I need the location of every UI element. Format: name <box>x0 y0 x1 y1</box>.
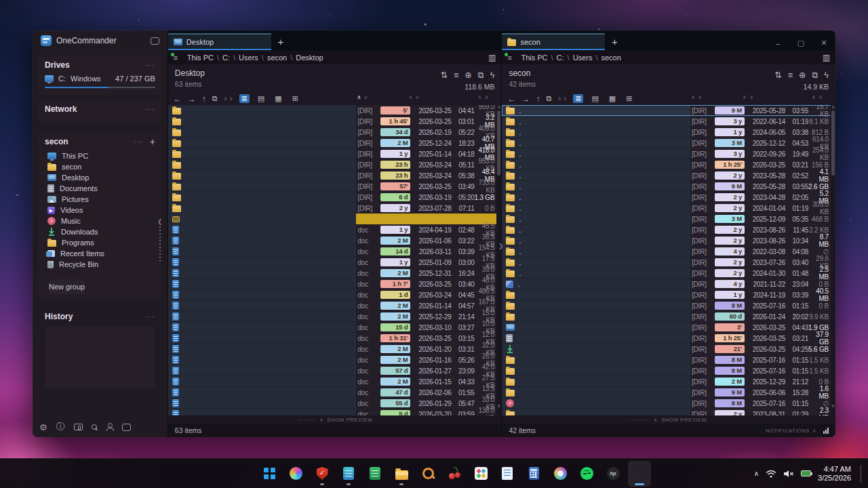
taskbar-shield-icon[interactable]: ✓ <box>311 461 334 487</box>
file-row[interactable]: .[DIR]3 y2022-06-1401:198.1 KB <box>502 116 835 127</box>
notifications-toggle[interactable]: NOTIFICATIONS∧ <box>766 428 829 434</box>
file-row[interactable]: doc57 d2026-01-2723:0942.0 KB <box>168 365 502 376</box>
file-row[interactable]: [DIR]2 M2025-12-2921:120 B <box>502 376 835 387</box>
taskbar-notes-icon[interactable] <box>337 461 360 487</box>
up-button-right[interactable]: ↑ <box>536 94 540 104</box>
file-row[interactable]: .[DIR]2 y2023-05-2802:524.1 MB <box>502 170 835 181</box>
view-details-button-right[interactable]: ▦ <box>607 94 618 103</box>
file-row[interactable]: doc2 M2026-01-1504:3327.5 KB <box>168 376 502 387</box>
file-row[interactable]: doc2 M2025-12-2921:1415.0 KB <box>168 311 502 322</box>
new-tab-button-right[interactable]: + <box>605 36 624 50</box>
file-row[interactable]: doc47 d2026-02-0601:5513.5 KB <box>168 387 502 398</box>
file-row[interactable]: [DIR]1 y2025-01-1404:18418.0 MB <box>168 148 502 159</box>
sort-name-toggle-right[interactable]: ∧ ∨ <box>691 94 703 100</box>
file-row[interactable]: doc2 M2026-01-0603:2236.5 KB <box>168 235 502 246</box>
file-row[interactable]: [DIR]8 M2025-07-1601:151.5 KB <box>502 365 835 376</box>
file-row[interactable]: [DIR]1 h 25'2026-03-2503:2137.9 GB <box>502 333 835 344</box>
copy-path-icon-right[interactable]: ⧉ <box>812 70 818 80</box>
clock[interactable]: 4:47 AM 3/25/2026 <box>818 465 851 483</box>
sidebar-item-secon[interactable]: secon <box>43 161 157 172</box>
breadcrumb-segment[interactable]: This PC <box>521 54 547 62</box>
favorites-add-button[interactable]: + <box>150 138 155 145</box>
file-row[interactable]: doc2 M2025-12-3116:2439.0 KB <box>168 268 502 279</box>
new-group-button[interactable]: New group <box>49 279 85 294</box>
breadcrumb[interactable]: This PC\C:\Users\secon\Desktop <box>187 54 484 62</box>
sidebar-item-recycle-bin[interactable]: Recycle Bin <box>43 259 157 270</box>
new-item-icon[interactable]: ⊕ <box>465 70 471 80</box>
file-row[interactable]: doc1 h 31'2026-03-2503:1512.0 KB <box>168 333 502 344</box>
breadcrumb-menu-icon-right[interactable]: ≡ <box>507 54 516 61</box>
actions-icon[interactable]: ϟ <box>490 70 495 80</box>
file-row[interactable]: [DIR]21'2026-03-2504:255.6 GB <box>502 344 835 354</box>
sort-size-toggle-right[interactable]: ∧ ∨ <box>812 94 823 100</box>
user-account-icon[interactable] <box>106 424 113 430</box>
file-row[interactable]: doc1 y2025-01-0903:0017.5 KB <box>168 257 502 268</box>
file-row[interactable]: [DIR]23 h2026-03-2405:3848.4 MB <box>168 170 502 181</box>
taskbar-paint-icon[interactable] <box>549 461 572 487</box>
file-row[interactable]: [DIR]57'2026-03-2503:49733.0 KB <box>168 181 502 192</box>
file-row[interactable]: .[DIR]4 y2022-03-0804:08∅ <box>502 246 835 257</box>
columns-view-icon[interactable]: ▥ <box>488 53 496 62</box>
right-preview-toggle[interactable]: ⋯⋯⋯∧ SHOW PREVIEW <box>502 415 835 424</box>
taskbar-copilot-icon[interactable] <box>284 461 307 487</box>
tab-desktop[interactable]: Desktop <box>168 33 271 50</box>
file-row[interactable]: .[DIR]1 h 25'2026-03-2503:21156 B <box>502 159 835 170</box>
sort-size-toggle[interactable]: ∧ ∨ <box>477 94 489 100</box>
sort-date-toggle-right[interactable]: ∧ ∨ <box>743 94 754 100</box>
sidebar-item-desktop[interactable]: Desktop <box>43 172 157 183</box>
file-row[interactable]: [DIR]1 y2024-11-1903:3940.5 MB <box>502 289 835 300</box>
file-row[interactable]: [DIR]1 h 45'2026-03-2503:013.2 MB <box>168 116 502 127</box>
info-icon[interactable]: ⓘ <box>56 421 65 433</box>
taskbar-cherry-icon[interactable] <box>443 461 466 487</box>
sidebar-item-downloads[interactable]: Downloads <box>43 226 157 237</box>
close-button[interactable]: ✕ <box>812 39 835 47</box>
pane-expand-handle[interactable]: ❯ <box>498 243 504 249</box>
sort-icon-right[interactable]: ⇅ <box>774 70 781 80</box>
view-grid-button-right[interactable]: ⊞ <box>624 94 634 103</box>
file-row[interactable]: doc1 d2026-03-2404:45486.5 KB <box>168 289 502 300</box>
forward-button-right[interactable]: → <box>521 94 530 104</box>
file-row[interactable]: [DIR]2 M2025-12-2418:2340.7 MB <box>168 138 502 148</box>
tab-secon[interactable]: secon <box>502 33 605 50</box>
view-list-button[interactable]: ≣ <box>239 94 250 103</box>
breadcrumb-segment[interactable]: secon <box>601 54 620 62</box>
file-row[interactable]: .[DIR]2 y2024-01-0401:19305.0 KB <box>502 203 835 214</box>
file-row[interactable]: [DIR]34 d2026-02-1905:22409.0 KB <box>168 127 502 138</box>
sort-icon[interactable]: ⇅ <box>441 70 448 80</box>
taskbar-search-icon[interactable] <box>416 461 439 487</box>
drive-item-c[interactable]: C: Windows 47 / 237 GB <box>42 71 158 85</box>
file-row[interactable]: [DIR]60 d2026-01-2420:029.9 KB <box>502 311 835 322</box>
left-preview-toggle[interactable]: ⋯⋯⋯∧ SHOW PREVIEW <box>168 415 502 424</box>
file-row[interactable]: doc1 h 7'2026-03-2503:4048.0 KB <box>168 279 502 289</box>
file-row[interactable]: [DIR]8 M2025-07-1601:150 B <box>502 300 835 311</box>
breadcrumb-segment[interactable]: Users <box>239 54 258 62</box>
sort-name-toggle[interactable]: ∧ ∨ <box>357 94 368 100</box>
sidebar-item-pictures[interactable]: Pictures <box>43 194 157 205</box>
collapse-all-button[interactable]: ∧ ∨ <box>224 96 233 102</box>
taskbar-start-icon[interactable] <box>258 461 281 487</box>
sidebar-item-documents[interactable]: Documents <box>43 183 157 194</box>
back-button[interactable]: ← <box>174 94 182 104</box>
left-scrollbar[interactable]: ∧ ∨ <box>496 105 501 415</box>
file-row[interactable]: .[DIR]3 M2025-12-0905:35468 B <box>502 214 835 224</box>
tray-overflow-chevron-icon[interactable]: ∧ <box>754 470 759 477</box>
new-item-icon-right[interactable]: ⊕ <box>799 70 806 80</box>
forward-button[interactable]: → <box>188 94 196 104</box>
search-icon[interactable] <box>92 424 98 430</box>
file-row[interactable]: doc2 M2026-01-1404:57167.0 KB <box>168 300 502 311</box>
clipboard-button[interactable]: ⧉ <box>212 94 218 103</box>
maximize-button[interactable]: ▢ <box>789 39 812 47</box>
file-row[interactable]: .[DIR]2 y2023-07-2603:4029.6 KB <box>502 257 835 268</box>
file-row[interactable]: [DIR]2 y2023-07-2807:110 B <box>168 203 502 214</box>
file-row[interactable]: .[DIR]2 y2024-01-3001:482.5 MB <box>502 268 835 279</box>
file-row[interactable]: [DIR]23 h2026-03-2405:11953.0 KB <box>168 159 502 170</box>
view-list-button-right[interactable]: ≣ <box>573 94 583 103</box>
settings-gear-icon[interactable]: ⚙ <box>39 422 47 432</box>
actions-icon-right[interactable]: ϟ <box>824 70 829 80</box>
columns-view-icon-right[interactable]: ▥ <box>823 53 830 62</box>
breadcrumb-segment[interactable]: secon <box>267 54 287 62</box>
up-button[interactable]: ↑ <box>202 94 206 104</box>
copy-path-icon[interactable]: ⧉ <box>478 70 484 80</box>
filter-list-icon-right[interactable]: ≡ <box>788 70 793 80</box>
file-row[interactable]: [DIR]3'2026-03-2504:431.9 GB <box>502 322 835 333</box>
